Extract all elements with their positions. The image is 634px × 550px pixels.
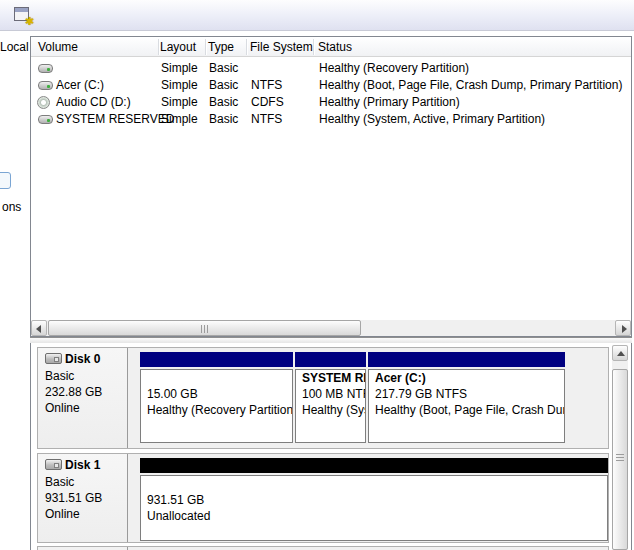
volume-status: Healthy (Primary Partition) [319, 95, 460, 109]
hard-disk-icon [38, 81, 53, 90]
scroll-up-button[interactable] [612, 345, 628, 361]
graphical-view-pane: Disk 0 Basic 232.88 GB Online 15.00 GB H… [30, 343, 632, 550]
hard-disk-icon [38, 64, 53, 73]
disk-size: 931.51 GB [45, 491, 102, 505]
partition-size: 931.51 GB [141, 492, 607, 508]
tree-label-fragment: (Local [0, 40, 29, 54]
partition-label [141, 370, 292, 386]
console-window-icon[interactable]: ✱ [14, 7, 32, 24]
partition-size: 100 MB NTFS [296, 386, 365, 402]
partition-acer-c[interactable]: Acer (C:) 217.79 GB NTFS Healthy (Boot, … [368, 352, 565, 443]
right-arrow-icon [622, 325, 627, 333]
volume-list-pane: Volume Layout Type File System Status Si… [30, 36, 632, 337]
horizontal-scroll-thumb[interactable] [48, 320, 361, 336]
disk-0-row: Disk 0 Basic 232.88 GB Online 15.00 GB H… [37, 347, 609, 449]
partition-label: Acer (C:) [369, 370, 564, 386]
header-separator [205, 39, 206, 55]
volume-fs: NTFS [251, 112, 282, 126]
scroll-grip-icon [616, 454, 624, 462]
volume-status: Healthy (Boot, Page File, Crash Dump, Pr… [319, 78, 622, 92]
volume-layout: Simple [161, 95, 198, 109]
vertical-scrollbar[interactable] [612, 345, 628, 550]
volume-type: Basic [209, 95, 238, 109]
volume-status: Healthy (Recovery Partition) [319, 61, 469, 75]
partition-label: SYSTEM RESERVED [296, 370, 365, 386]
hard-disk-icon [38, 115, 53, 124]
cd-drive-icon [37, 96, 50, 109]
volume-status: Healthy (System, Active, Primary Partiti… [319, 112, 545, 126]
volume-layout: Simple [161, 78, 198, 92]
volume-row-recovery[interactable]: Simple Basic Healthy (Recovery Partition… [31, 60, 631, 77]
disk-1-row: Disk 1 Basic 931.51 GB Online 931.51 GB … [37, 453, 609, 543]
scroll-left-button[interactable] [31, 320, 47, 336]
tree-button-fragment[interactable] [0, 172, 11, 189]
column-header-volume[interactable]: Volume [38, 40, 78, 54]
partition-color-bar [368, 352, 565, 367]
disk-icon [45, 459, 62, 470]
header-separator [313, 39, 314, 55]
partition-system-reserved[interactable]: SYSTEM RESERVED 100 MB NTFS Healthy (Sys… [295, 352, 366, 443]
toolbar: ✱ [0, 0, 634, 31]
partition-color-bar [295, 352, 366, 367]
gear-overlay-icon: ✱ [25, 16, 34, 27]
up-arrow-icon [617, 351, 625, 356]
volume-layout: Simple [161, 61, 198, 75]
volume-row-system-reserved[interactable]: SYSTEM RESERVED Simple Basic NTFS Health… [31, 111, 631, 128]
volume-type: Basic [209, 112, 238, 126]
disk-0-header-cell[interactable]: Disk 0 Basic 232.88 GB Online [38, 348, 128, 448]
partition-status: Unallocated [141, 508, 607, 524]
header-separator [158, 39, 159, 55]
volume-type: Basic [209, 78, 238, 92]
left-arrow-icon [36, 325, 41, 333]
horizontal-scrollbar[interactable] [31, 320, 631, 336]
partition-recovery[interactable]: 15.00 GB Healthy (Recovery Partition) [140, 352, 293, 443]
disk-1-header-cell[interactable]: Disk 1 Basic 931.51 GB Online [38, 454, 128, 542]
partition-size: 15.00 GB [141, 386, 292, 402]
vertical-scroll-thumb[interactable] [612, 369, 628, 550]
column-header-status[interactable]: Status [318, 40, 352, 54]
volume-list-header: Volume Layout Type File System Status [31, 37, 631, 57]
partition-status: Healthy (Recovery Partition) [141, 402, 292, 418]
volume-name: SYSTEM RESERVED [56, 112, 174, 126]
volume-layout: Simple [161, 112, 198, 126]
volume-row-acer-c[interactable]: Acer (C:) Simple Basic NTFS Healthy (Boo… [31, 77, 631, 94]
disk-name: Disk 1 [65, 458, 100, 472]
header-separator [246, 39, 247, 55]
partition-color-bar [140, 458, 608, 473]
volume-type: Basic [209, 61, 238, 75]
disk-type: Basic [45, 475, 74, 489]
column-header-layout[interactable]: Layout [160, 40, 196, 54]
disk-type: Basic [45, 369, 74, 383]
partition-size: 217.79 GB NTFS [369, 386, 564, 402]
disk-status: Online [45, 401, 80, 415]
partition-unallocated[interactable]: 931.51 GB Unallocated [140, 458, 608, 541]
volume-name: Acer (C:) [56, 78, 104, 92]
volume-fs: NTFS [251, 78, 282, 92]
disk-name: Disk 0 [65, 352, 100, 366]
disk-status: Online [45, 507, 80, 521]
tree-label-fragment-2: ons [2, 200, 21, 214]
volume-name: Audio CD (D:) [56, 95, 131, 109]
partition-status: Healthy (System, Active, Primary Partiti… [296, 402, 365, 418]
disk-size: 232.88 GB [45, 385, 102, 399]
partition-status: Healthy (Boot, Page File, Crash Dump, Pr… [369, 402, 564, 418]
console-tree-strip: (Local ons [0, 31, 30, 550]
volume-fs: CDFS [251, 95, 284, 109]
scroll-grip-icon [201, 325, 209, 333]
disk-management-window: ✱ (Local ons Volume Layout Type File Sys… [0, 0, 634, 550]
partition-color-bar [140, 352, 293, 367]
partition-label [141, 476, 607, 492]
disk-icon [45, 353, 62, 364]
column-header-file-system[interactable]: File System [250, 40, 313, 54]
volume-row-audio-cd[interactable]: Audio CD (D:) Simple Basic CDFS Healthy … [31, 94, 631, 111]
column-header-type[interactable]: Type [208, 40, 234, 54]
scroll-right-button[interactable] [615, 320, 631, 336]
disk-row-partial [37, 546, 609, 550]
